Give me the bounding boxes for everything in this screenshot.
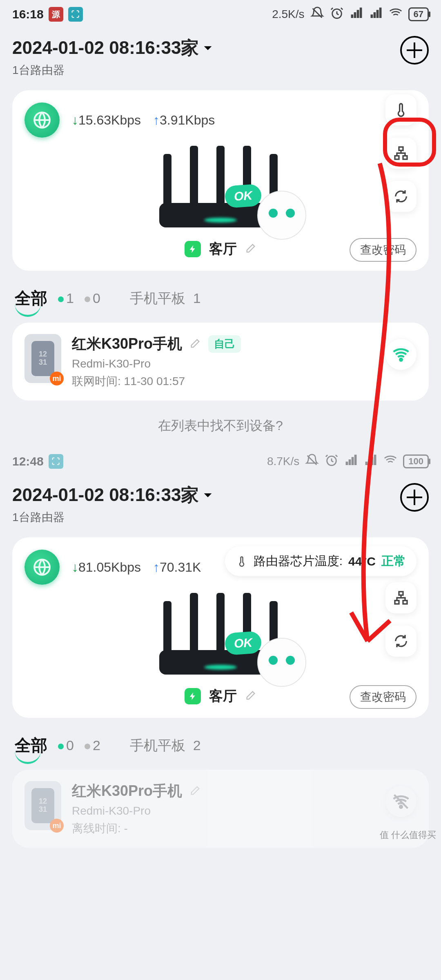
chevron-down-icon [202,42,214,54]
upload-speed: ↑3.91Kbps [153,113,215,128]
tab-phones[interactable]: 手机平板 2 [130,736,201,755]
router-count: 1台路由器 [12,62,214,78]
tab-all[interactable]: 全部 [15,734,47,757]
mi-badge-icon: mi [50,819,64,833]
bell-off-icon [305,453,319,470]
device-model: Redmi-K30-Pro [72,357,241,370]
bolt-icon [185,241,201,257]
mi-badge-icon: mi [50,372,64,385]
tab-phones[interactable]: 手机平板 1 [130,289,201,308]
home-title: 2024-01-02 08:16:33家 [12,36,199,60]
home-selector[interactable]: 2024-01-02 08:16:33家 [12,483,214,507]
online-count: 0 [58,737,74,753]
edit-device-button[interactable] [189,336,201,353]
robot-mascot-icon [257,191,306,240]
alarm-icon [330,6,344,23]
device-name: 红米K30Pro手机 [72,781,182,801]
device-row[interactable]: 12 31 mi 红米K30Pro手机 Redmi-K30-Pro 离线时间: … [12,770,429,848]
header: 2024-01-02 08:16:33家 1台路由器 [0,29,441,82]
thermometer-icon [236,555,248,568]
status-bar: 16:18 源 ⛶ 2.5K/s [0,0,441,29]
chevron-down-icon [202,490,214,501]
status-time: 16:18 [12,7,44,21]
globe-icon [24,102,60,138]
home-selector[interactable]: 2024-01-02 08:16:33家 [12,36,214,60]
router-illustration: OK [147,593,294,683]
status-ok-badge: OK [224,184,262,208]
self-badge: 自己 [208,335,241,353]
device-model: Redmi-K30-Pro [72,804,201,817]
device-filter-tabs: 全部 0 2 手机平板 2 [0,726,441,762]
temp-label: 路由器芯片温度: [254,553,343,570]
device-thumbnail: 12 31 mi [24,781,61,830]
download-speed: ↓15.63Kbps [72,113,141,128]
status-app-icon-2: ⛶ [68,7,83,22]
device-thumbnail: 12 31 mi [24,334,61,383]
router-illustration: OK [147,146,294,236]
robot-mascot-icon [257,638,306,687]
battery-indicator: 67 [408,7,429,21]
svg-point-11 [400,806,402,808]
online-count: 1 [58,290,74,306]
device-offline-time: 离线时间: - [72,821,201,836]
status-app-icon-1: 源 [49,7,63,22]
edit-room-button[interactable] [245,688,256,704]
status-net-speed: 2.5K/s [272,8,304,21]
wifi-icon [389,6,403,23]
home-title: 2024-01-02 08:16:33家 [12,483,199,507]
offline-count: 2 [85,737,100,753]
status-app-icon: ⛶ [49,454,63,469]
signal-hd-icon-2 [369,6,383,23]
bolt-icon [185,688,201,704]
edit-device-button[interactable] [189,783,201,800]
offline-count: 0 [85,290,100,306]
router-count: 1台路由器 [12,510,214,525]
signal-hd-icon-1 [350,6,363,23]
status-net-speed: 8.7K/s [267,455,299,468]
status-time: 12:48 [12,454,44,468]
device-wifi-off-button[interactable] [385,786,416,817]
room-label: 客厅 [209,240,237,258]
download-speed: ↓81.05Kbps [72,560,141,575]
device-online-time: 联网时间: 11-30 01:57 [72,374,241,389]
edit-room-button[interactable] [245,241,256,257]
add-button[interactable] [400,36,429,65]
upload-speed: ↑70.31K [153,560,201,575]
device-name: 红米K30Pro手机 [72,334,182,354]
annotation-arrow [335,118,416,690]
watermark: 值 什么值得买 [380,829,436,841]
globe-icon [24,550,60,585]
room-label: 客厅 [209,687,237,706]
status-ok-badge: OK [224,631,262,655]
tab-all[interactable]: 全部 [15,287,47,310]
bell-off-icon [310,6,324,23]
